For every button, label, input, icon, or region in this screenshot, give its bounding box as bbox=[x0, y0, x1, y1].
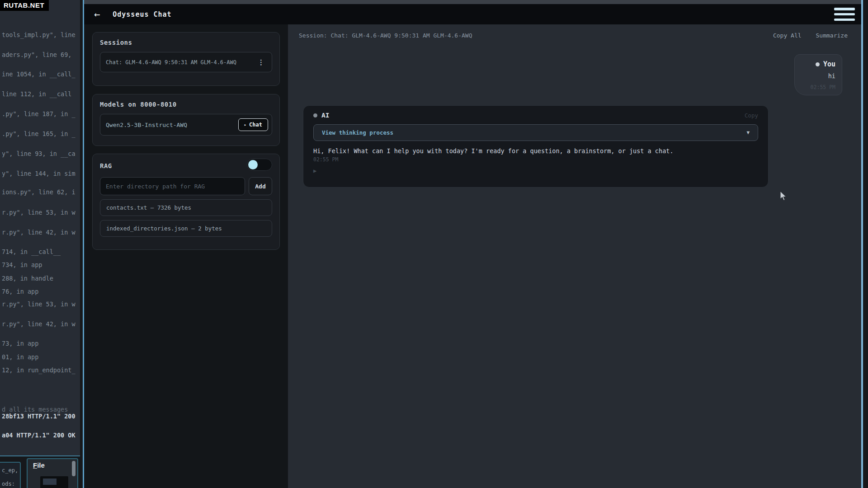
chat-button-label: Chat bbox=[249, 122, 262, 128]
terminal-line: 288, in handle bbox=[2, 275, 53, 282]
watermark-badge: RUTAB.NET bbox=[0, 0, 49, 11]
session-item[interactable]: Chat: GLM-4.6-AWQ 9:50:31 AM GLM-4.6-AWQ… bbox=[100, 52, 272, 72]
user-message-bubble: You hi 02:55 PM bbox=[794, 54, 842, 95]
chat-infobar: Session: Chat: GLM-4.6-AWQ 9:50:31 AM GL… bbox=[288, 24, 861, 39]
ai-message-time: 02:55 PM bbox=[313, 156, 758, 163]
hamburger-bar bbox=[834, 19, 855, 21]
chevron-down-icon: ▼ bbox=[746, 130, 750, 136]
window-thumbnail bbox=[40, 476, 68, 488]
file-menu[interactable]: File bbox=[33, 461, 45, 469]
model-name: Qwen2.5-3B-Instruct-AWQ bbox=[106, 122, 238, 128]
terminal-line: a04 HTTP/1.1" 200 OK bbox=[2, 432, 75, 439]
copy-message-button[interactable]: Copy bbox=[745, 112, 758, 119]
rag-directory-input[interactable] bbox=[100, 177, 245, 195]
app-title: Odysseus Chat bbox=[113, 10, 171, 19]
terminal-line: 734, in app bbox=[2, 261, 42, 268]
rag-toggle[interactable] bbox=[247, 159, 272, 171]
file-menu-accel: F bbox=[33, 461, 37, 469]
kebab-menu-icon[interactable]: ⋮ bbox=[256, 58, 266, 66]
terminal-line: 73, in app bbox=[2, 340, 38, 347]
terminal-panel: tools_impl.py", lineaders.py", line 69,i… bbox=[0, 0, 80, 456]
odysseus-chat-window: ← Odysseus Chat Sessions Chat: GLM-4.6-A… bbox=[83, 0, 863, 488]
copy-all-button[interactable]: Copy All bbox=[773, 32, 802, 39]
terminal-line: r.py", line 42, in w bbox=[2, 320, 75, 328]
thinking-label: View thinking process bbox=[322, 129, 746, 136]
rag-card: RAG Add contacts.txt — 7326 bytes indexe… bbox=[92, 154, 280, 250]
ai-sender-name: AI bbox=[321, 112, 745, 119]
scrollbar[interactable] bbox=[72, 461, 75, 476]
model-item: Qwen2.5-3B-Instruct-AWQ ▸ Chat bbox=[100, 114, 272, 136]
snippet-line: c_ep, bbox=[2, 467, 18, 474]
terminal-line: 01, in app bbox=[2, 353, 38, 361]
snippet-line: ods: bbox=[2, 481, 15, 487]
play-audio-button[interactable]: ▶ bbox=[313, 168, 321, 174]
models-title: Models on 8000-8010 bbox=[100, 101, 272, 108]
snippet-window: c_ep, ods: bbox=[0, 462, 21, 488]
terminal-line: r.py", line 42, in w bbox=[2, 229, 75, 236]
terminal-line: line 112, in __call bbox=[2, 90, 71, 98]
terminal-line: 714, in __call__ bbox=[2, 248, 61, 255]
terminal-line: r.py", line 53, in w bbox=[2, 209, 75, 216]
window-top-strip bbox=[84, 0, 861, 4]
back-button[interactable]: ← bbox=[94, 9, 100, 19]
rag-title: RAG bbox=[100, 162, 112, 169]
ai-message-card: AI Copy View thinking process ▼ Hi, Feli… bbox=[303, 105, 769, 188]
ai-dot-icon bbox=[313, 113, 317, 117]
view-thinking-process-toggle[interactable]: View thinking process ▼ bbox=[313, 124, 758, 141]
user-sender-name: You bbox=[823, 60, 835, 68]
hamburger-bar bbox=[834, 13, 855, 16]
file-window: File bbox=[27, 458, 78, 488]
terminal-line: .py", line 165, in _ bbox=[2, 130, 75, 137]
sidebar: Sessions Chat: GLM-4.6-AWQ 9:50:31 AM GL… bbox=[84, 24, 288, 488]
hamburger-menu-icon[interactable] bbox=[834, 8, 855, 21]
user-message-time: 02:55 PM bbox=[800, 84, 835, 90]
session-info: Session: Chat: GLM-4.6-AWQ 9:50:31 AM GL… bbox=[299, 32, 773, 39]
app-body: Sessions Chat: GLM-4.6-AWQ 9:50:31 AM GL… bbox=[84, 24, 861, 488]
sessions-title: Sessions bbox=[100, 39, 272, 46]
terminal-line: ine 1054, in __call_ bbox=[2, 70, 75, 78]
user-dot-icon bbox=[816, 62, 820, 66]
screen: tools_impl.py", lineaders.py", line 69,i… bbox=[0, 0, 868, 488]
terminal-line: aders.py", line 69, bbox=[2, 51, 71, 58]
terminal-line: 76, in app bbox=[2, 288, 38, 295]
terminal-line: y", line 93, in __ca bbox=[2, 150, 75, 157]
terminal-line: .py", line 187, in _ bbox=[2, 110, 75, 117]
rag-file-item: contacts.txt — 7326 bytes bbox=[100, 199, 272, 216]
hamburger-bar bbox=[834, 8, 855, 10]
chat-pane: Session: Chat: GLM-4.6-AWQ 9:50:31 AM GL… bbox=[288, 24, 861, 488]
terminal-line: y", line 144, in sim bbox=[2, 170, 75, 177]
chat-button[interactable]: ▸ Chat bbox=[238, 118, 268, 131]
toggle-knob bbox=[248, 160, 258, 169]
terminal-line: tools_impl.py", line bbox=[2, 31, 75, 38]
models-card: Models on 8000-8010 Qwen2.5-3B-Instruct-… bbox=[92, 94, 280, 146]
add-button[interactable]: Add bbox=[249, 177, 272, 195]
terminal-line: ions.py", line 62, i bbox=[2, 188, 75, 196]
user-message-text: hi bbox=[800, 72, 835, 80]
session-item-label: Chat: GLM-4.6-AWQ 9:50:31 AM GLM-4.6-AWQ bbox=[106, 59, 256, 66]
terminal-line: r.py", line 53, in w bbox=[2, 300, 75, 308]
rag-file-item: indexed_directories.json — 2 bytes bbox=[100, 220, 272, 237]
summarize-button[interactable]: Summarize bbox=[816, 32, 848, 39]
terminal-line: d all its messages bbox=[2, 406, 68, 413]
sessions-card: Sessions Chat: GLM-4.6-AWQ 9:50:31 AM GL… bbox=[92, 32, 280, 86]
ai-message-text: Hi, Felix! What can I help you with toda… bbox=[313, 147, 758, 155]
file-menu-rest: ile bbox=[37, 461, 45, 469]
app-header: ← Odysseus Chat bbox=[84, 4, 861, 24]
terminal-line: 28bf13 HTTP/1.1" 200 bbox=[2, 413, 75, 420]
play-triangle-icon: ▸ bbox=[244, 122, 246, 127]
mouse-cursor bbox=[780, 191, 788, 202]
terminal-line: 12, in run_endpoint_ bbox=[2, 366, 75, 374]
